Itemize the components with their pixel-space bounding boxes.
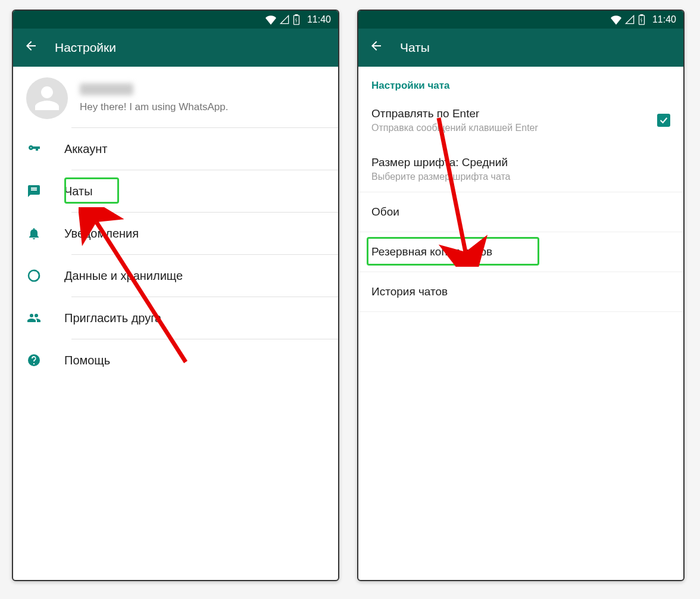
page-title: Чаты — [400, 40, 430, 55]
setting-backup[interactable]: Резервная копия чатов — [358, 232, 683, 272]
setting-label: Отправлять по Enter — [371, 107, 538, 120]
settings-item-data[interactable]: Данные и хранилище — [13, 255, 338, 297]
page-title: Настройки — [55, 40, 116, 55]
status-time: 11:40 — [307, 14, 331, 25]
settings-item-label: Помощь — [64, 354, 110, 367]
app-bar: Настройки — [13, 29, 338, 67]
svg-rect-1 — [295, 14, 298, 15]
status-bar: 11:40 — [13, 11, 338, 29]
settings-item-notifications[interactable]: Уведомления — [13, 213, 338, 254]
settings-item-account[interactable]: Аккаунт — [13, 128, 338, 170]
setting-font-size[interactable]: Размер шрифта: Средний Выберите размер ш… — [358, 143, 683, 192]
setting-history[interactable]: История чатов — [358, 272, 683, 311]
back-button[interactable] — [369, 39, 383, 57]
help-icon — [26, 352, 42, 368]
checkbox-checked-icon[interactable] — [657, 114, 670, 127]
settings-item-chats[interactable]: Чаты — [13, 170, 338, 212]
svg-rect-0 — [293, 15, 299, 24]
profile-row[interactable]: Hey there! I am using WhatsApp. — [13, 67, 338, 127]
setting-label: Обои — [371, 205, 399, 218]
section-header: Настройки чата — [358, 67, 683, 98]
settings-item-label: Данные и хранилище — [64, 269, 183, 283]
chat-icon — [26, 183, 42, 199]
data-icon — [26, 268, 42, 283]
people-icon — [26, 310, 42, 326]
battery-icon — [638, 14, 645, 25]
battery-icon — [293, 14, 300, 25]
profile-status: Hey there! I am using WhatsApp. — [80, 101, 228, 113]
chats-settings-screen: 11:40 Чаты Настройки чата Отправлять по … — [357, 10, 685, 581]
wifi-icon — [611, 14, 621, 25]
settings-item-label: Аккаунт — [64, 142, 107, 156]
settings-screen: 11:40 Настройки Hey there! I am using Wh… — [12, 10, 339, 581]
signal-icon — [625, 15, 635, 24]
profile-name-blurred — [80, 83, 133, 95]
setting-wallpaper[interactable]: Обои — [358, 192, 683, 232]
wifi-icon — [265, 14, 276, 25]
setting-label: История чатов — [371, 285, 448, 298]
svg-rect-5 — [639, 15, 644, 24]
settings-item-invite[interactable]: Пригласить друга — [13, 297, 338, 339]
signal-icon — [280, 15, 289, 24]
app-bar: Чаты — [358, 29, 683, 67]
divider — [358, 311, 683, 312]
key-icon — [26, 141, 42, 157]
setting-description: Выберите размер шрифта чата — [371, 171, 510, 182]
settings-item-label: Чаты — [64, 185, 93, 198]
settings-item-help[interactable]: Помощь — [13, 339, 338, 381]
setting-enter-to-send[interactable]: Отправлять по Enter Отправка сообщений к… — [358, 98, 683, 143]
settings-item-label: Уведомления — [64, 227, 139, 241]
svg-rect-6 — [640, 14, 643, 15]
setting-description: Отправка сообщений клавишей Enter — [371, 123, 538, 133]
avatar — [26, 77, 68, 119]
bell-icon — [26, 226, 42, 241]
settings-item-label: Пригласить друга — [64, 311, 161, 325]
setting-label: Резервная копия чатов — [371, 245, 492, 258]
back-button[interactable] — [24, 39, 38, 57]
status-bar: 11:40 — [358, 11, 683, 29]
status-time: 11:40 — [652, 14, 676, 25]
setting-label: Размер шрифта: Средний — [371, 156, 510, 169]
